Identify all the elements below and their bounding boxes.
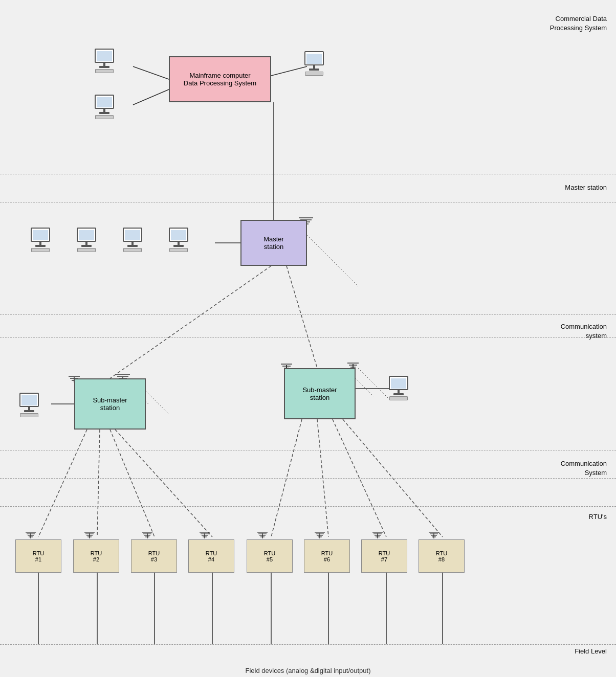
monitor-icon (19, 393, 39, 407)
rtu-3: RTU#3 (131, 539, 177, 573)
mainframe-box: Mainframe computer Data Processing Syste… (169, 56, 271, 102)
divider-4 (0, 337, 616, 338)
mainframe-label: Mainframe computer Data Processing Syste… (184, 72, 256, 87)
monitor-icon (169, 228, 188, 242)
svg-line-10 (97, 430, 100, 537)
rtu-1: RTU#1 (15, 539, 61, 573)
monitor-icon (95, 95, 114, 109)
master-station-box-label: Master station (263, 235, 284, 251)
comm-system-label-2: CommunicationSystem (561, 459, 607, 478)
rtu-6: RTU#6 (304, 539, 350, 573)
workstation-2 (77, 228, 96, 252)
submaster-right-computer (389, 376, 408, 400)
rtu-2: RTU#2 (73, 539, 119, 573)
svg-line-22 (358, 368, 389, 399)
divider-2 (0, 202, 616, 202)
rtu-5: RTU#5 (247, 539, 293, 573)
svg-line-9 (38, 430, 87, 537)
submaster-left-computer (19, 393, 39, 417)
monitor-icon (95, 49, 114, 63)
workstation-4 (169, 228, 188, 252)
divider-6 (0, 478, 616, 479)
svg-line-6 (287, 266, 317, 368)
rtu-7: RTU#7 (361, 539, 407, 573)
comm-system-label-1: Communicationsystem (561, 322, 607, 341)
rtu-8: RTU#8 (419, 539, 465, 573)
monitor-icon (77, 228, 96, 242)
monitor-icon (389, 376, 408, 390)
svg-line-7 (307, 235, 333, 261)
workstation-3 (123, 228, 142, 252)
computer-topleft-2 (95, 95, 114, 119)
submaster-left-label: Sub-master station (93, 396, 127, 412)
divider-7 (0, 506, 616, 507)
connection-lines (0, 0, 616, 677)
divider-5 (0, 450, 616, 450)
computer-topleft-1 (95, 49, 114, 73)
commercial-label: Commercial DataProcessing System (550, 14, 607, 33)
submaster-right-box: Sub-master station (284, 368, 356, 419)
rtu-4: RTU#4 (188, 539, 234, 573)
diagram-container: Mainframe computer Data Processing Syste… (0, 0, 616, 677)
submaster-left-box: Sub-master station (74, 378, 146, 430)
svg-line-2 (271, 66, 307, 76)
divider-3 (0, 314, 616, 315)
monitor-icon (123, 228, 142, 242)
monitor-icon (31, 228, 50, 242)
svg-line-1 (133, 89, 169, 105)
field-level-label: Field Level (575, 647, 607, 656)
master-station-box: Master station (240, 220, 307, 266)
computer-topright (304, 51, 324, 76)
submaster-right-label: Sub-master station (302, 386, 337, 401)
svg-line-0 (133, 66, 169, 79)
monitor-icon (304, 51, 324, 65)
divider-8 (0, 644, 616, 645)
svg-line-8 (307, 235, 358, 286)
divider-1 (0, 174, 616, 174)
svg-line-5 (110, 266, 271, 378)
field-devices-label: Field devices (analog &digital input/out… (0, 667, 616, 674)
rtus-label: RTU's (589, 512, 607, 522)
workstation-1 (31, 228, 50, 252)
master-station-label: Master station (565, 183, 607, 192)
svg-line-11 (110, 430, 155, 537)
svg-line-12 (115, 430, 212, 537)
